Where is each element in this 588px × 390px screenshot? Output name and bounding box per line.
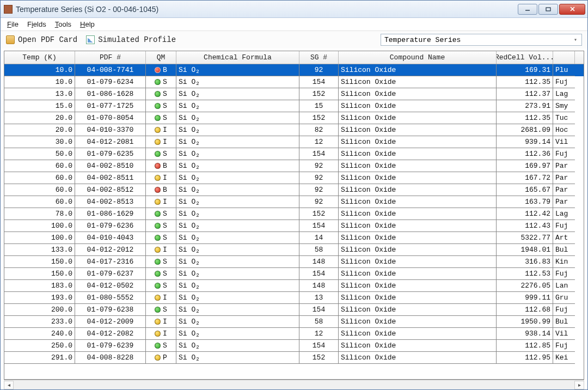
cell-qm: I <box>146 244 176 256</box>
cell-chem: Si O2 <box>176 232 299 244</box>
cell-sg: 152 <box>299 352 339 364</box>
cell-qm: S <box>146 268 176 280</box>
cell-extra: Bul <box>553 316 575 328</box>
cell-vol: 1948.01 <box>497 244 553 256</box>
cell-sg: 148 <box>299 256 339 268</box>
cell-vol: 2276.05 <box>497 280 553 292</box>
table-row[interactable]: 78.001-086-1629SSi O2152Silicon Oxide112… <box>4 208 584 220</box>
qm-status-icon <box>155 151 161 157</box>
cell-chem: Si O2 <box>176 304 299 316</box>
cell-extra: Fuj <box>553 340 575 352</box>
col-temp[interactable]: Temp (K) <box>4 51 75 64</box>
cell-temp: 50.0 <box>4 148 75 160</box>
qm-letter: I <box>163 138 167 146</box>
col-extra[interactable] <box>553 51 575 64</box>
menu-fields[interactable]: Fields <box>24 19 50 29</box>
cell-pdf: 04-002-8513 <box>75 196 146 208</box>
table-row[interactable]: 240.004-012-2082ISi O212Silicon Oxide938… <box>4 328 584 340</box>
maximize-button[interactable] <box>538 4 558 15</box>
table-row[interactable]: 10.004-008-7741BSi O292Silicon Oxide169.… <box>4 64 584 76</box>
table-row[interactable]: 30.004-012-2081ISi O212Silicon Oxide939.… <box>4 136 584 148</box>
qm-letter: B <box>163 162 167 170</box>
series-select[interactable]: Temperature Series ▾ <box>381 34 582 46</box>
scroll-right-button[interactable]: ▸ <box>574 381 584 389</box>
menu-help[interactable]: Help <box>77 19 98 29</box>
window-buttons <box>518 4 585 15</box>
table-row[interactable]: 193.001-080-5552ISi O213Silicon Oxide999… <box>4 292 584 304</box>
cell-vol: 112.68 <box>497 304 553 316</box>
table-row[interactable]: 150.004-017-2316SSi O2148Silicon Oxide31… <box>4 256 584 268</box>
cell-compound: Silicon Oxide <box>339 268 497 280</box>
cell-pdf: 04-010-4043 <box>75 232 146 244</box>
cell-chem: Si O2 <box>176 280 299 292</box>
table-row[interactable]: 60.004-002-8510BSi O292Silicon Oxide169.… <box>4 160 584 172</box>
table-row[interactable]: 60.004-002-8513ISi O292Silicon Oxide163.… <box>4 196 584 208</box>
close-button[interactable] <box>559 4 585 15</box>
simulated-profile-button[interactable]: Simulated Profile <box>98 35 176 44</box>
vscroll-header-spacer <box>575 51 584 64</box>
table-row[interactable]: 20.004-010-3370ISi O282Silicon Oxide2681… <box>4 124 584 136</box>
cell-vol: 165.67 <box>497 184 553 196</box>
table-row[interactable]: 250.001-079-6239SSi O2154Silicon Oxide11… <box>4 340 584 352</box>
table-row[interactable]: 10.001-079-6234SSi O2154Silicon Oxide112… <box>4 76 584 88</box>
cell-extra: Par <box>553 160 575 172</box>
cell-compound: Silicon Oxide <box>339 232 497 244</box>
table-row[interactable]: 60.004-002-8511ISi O292Silicon Oxide167.… <box>4 172 584 184</box>
minimize-button[interactable] <box>518 4 537 15</box>
qm-status-icon <box>155 211 161 217</box>
table-row[interactable]: 200.001-079-6238SSi O2154Silicon Oxide11… <box>4 304 584 316</box>
cell-vol: 112.42 <box>497 208 553 220</box>
table-row[interactable]: 133.004-012-2012ISi O258Silicon Oxide194… <box>4 244 584 256</box>
app-icon <box>4 5 13 14</box>
cell-extra: Hoc <box>553 124 575 136</box>
cell-sg: 14 <box>299 232 339 244</box>
table-row[interactable]: 291.004-008-8228PSi O2152Silicon Oxide11… <box>4 352 584 364</box>
chevron-down-icon: ▾ <box>572 36 579 44</box>
cell-qm: S <box>146 304 176 316</box>
cell-temp: 60.0 <box>4 160 75 172</box>
cell-pdf: 04-002-8512 <box>75 184 146 196</box>
table-row[interactable]: 150.001-079-6237SSi O2154Silicon Oxide11… <box>4 268 584 280</box>
table-row[interactable]: 100.004-010-4043SSi O214Silicon Oxide532… <box>4 232 584 244</box>
scroll-left-button[interactable]: ◂ <box>4 381 14 389</box>
table-row[interactable]: 15.001-077-1725SSi O215Silicon Oxide273.… <box>4 100 584 112</box>
qm-letter: I <box>163 330 167 338</box>
table-row[interactable]: 20.001-070-8054SSi O2152Silicon Oxide112… <box>4 112 584 124</box>
col-pdf[interactable]: PDF # <box>75 51 146 64</box>
open-pdf-card-button[interactable]: Open PDF Card <box>18 35 77 44</box>
cell-extra: Lan <box>553 280 575 292</box>
qm-status-icon <box>155 163 161 169</box>
menu-tools[interactable]: Tools <box>52 19 75 29</box>
table-row[interactable]: 233.004-012-2009ISi O258Silicon Oxide195… <box>4 316 584 328</box>
cell-sg: 13 <box>299 292 339 304</box>
menu-file[interactable]: File <box>4 19 22 29</box>
cell-vol: 112.36 <box>497 148 553 160</box>
table-row[interactable]: 50.001-079-6235SSi O2154Silicon Oxide112… <box>4 148 584 160</box>
cell-pdf: 01-079-6234 <box>75 76 146 88</box>
grid-body[interactable]: 10.004-008-7741BSi O292Silicon Oxide169.… <box>4 64 584 379</box>
col-compound[interactable]: Compound Name <box>339 51 497 64</box>
table-row[interactable]: 183.004-012-0502SSi O2148Silicon Oxide22… <box>4 280 584 292</box>
cell-compound: Silicon Oxide <box>339 256 497 268</box>
qm-letter: I <box>163 318 167 326</box>
col-sg[interactable]: SG # <box>299 51 339 64</box>
qm-status-icon <box>155 175 161 181</box>
cell-chem: Si O2 <box>176 64 299 76</box>
cell-sg: 58 <box>299 244 339 256</box>
table-row[interactable]: 100.001-079-6236SSi O2154Silicon Oxide11… <box>4 220 584 232</box>
horizontal-scrollbar[interactable]: ◂ ▸ <box>4 380 584 389</box>
cell-compound: Silicon Oxide <box>339 136 497 148</box>
cell-pdf: 01-077-1725 <box>75 100 146 112</box>
table-row[interactable]: 60.004-002-8512BSi O292Silicon Oxide165.… <box>4 184 584 196</box>
cell-vol: 169.97 <box>497 160 553 172</box>
cell-chem: Si O2 <box>176 76 299 88</box>
cell-compound: Silicon Oxide <box>339 280 497 292</box>
col-chem[interactable]: Chemical Formula <box>176 51 299 64</box>
cell-temp: 233.0 <box>4 316 75 328</box>
col-vol[interactable]: RedCell Vol... <box>497 51 553 64</box>
cell-qm: B <box>146 64 176 76</box>
table-row[interactable]: 13.001-086-1628SSi O2152Silicon Oxide112… <box>4 88 584 100</box>
cell-chem: Si O2 <box>176 100 299 112</box>
col-qm[interactable]: QM <box>146 51 176 64</box>
qm-letter: S <box>163 78 167 86</box>
